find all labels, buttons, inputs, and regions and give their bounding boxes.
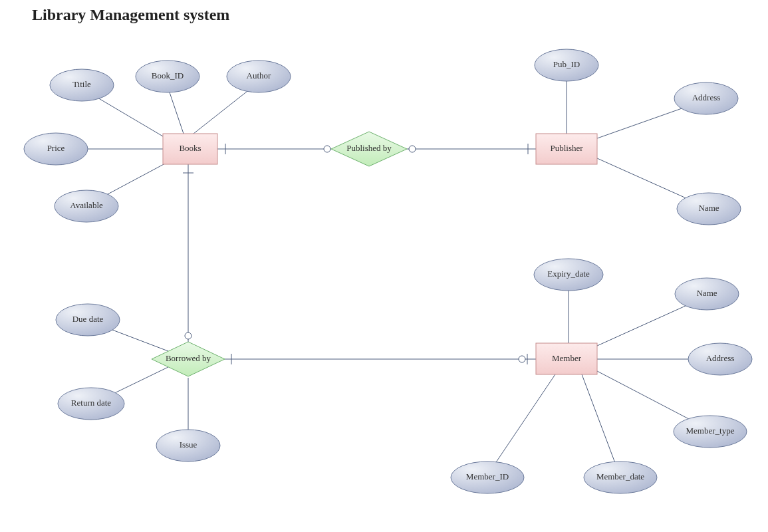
edge-books-titile [90,93,163,136]
svg-text:Member_type: Member_type [686,426,735,436]
attr-pub-id: Pub_ID [535,49,598,81]
svg-point-4 [409,146,416,152]
attr-titile: Titile [50,69,114,101]
edge-books-author [193,86,253,134]
attr-price: Price [24,133,88,165]
svg-text:Address: Address [692,92,721,102]
svg-text:Published by: Published by [346,143,392,153]
attr-author: Author [227,61,291,92]
svg-text:Due date: Due date [72,314,104,324]
svg-text:Publisher: Publisher [550,143,583,153]
svg-text:Member_date: Member_date [596,471,644,481]
attr-issue: Issue [156,430,220,462]
svg-text:Name: Name [698,203,719,213]
svg-text:Borrowed by: Borrowed by [166,353,211,363]
svg-point-8 [185,332,192,339]
edge-books-publishedby [217,144,331,154]
attr-member-id: Member_ID [451,462,524,493]
entity-member: Member [536,343,597,374]
attr-return-date: Return date [58,388,124,420]
edge-books-available [98,163,166,200]
svg-text:Address: Address [706,353,735,363]
attr-due-date: Due date [56,304,120,336]
svg-text:Member: Member [552,353,582,363]
svg-text:Expiry_date: Expiry_date [547,269,590,279]
edge-publisher-name [597,158,700,204]
svg-text:Available: Available [70,200,103,210]
attr-expiry-date: Expiry_date [534,259,603,291]
svg-text:Return date: Return date [71,398,112,408]
relationship-published-by: Published by [331,132,407,166]
svg-text:Member_ID: Member_ID [466,471,509,481]
er-diagram: Library Management system [0,0,768,532]
edge-member-id [492,374,555,468]
attr-publisher-address: Address [674,82,738,114]
edge-member-date [582,374,617,468]
edge-books-borrowedby [183,164,193,342]
edge-member-type [597,371,702,426]
attr-member-type: Member_type [674,416,747,448]
attr-publisher-name: Name [677,193,741,225]
attr-member-date: Member_date [584,462,657,493]
attr-available: Available [55,190,118,222]
entity-publisher: Publisher [536,134,597,164]
svg-text:Pub_ID: Pub_ID [553,59,580,69]
svg-text:Titile: Titile [72,79,91,89]
svg-point-2 [324,146,330,152]
attr-member-name: Name [675,278,739,310]
edge-member-name [597,299,700,346]
svg-text:Author: Author [247,70,272,80]
edge-borrowedby-member [225,354,536,364]
attr-book-id: Book_ID [136,61,199,92]
relationship-borrowed-by: Borrowed by [152,342,225,376]
edge-publishedby-publisher [407,144,536,154]
svg-text:Books: Books [179,143,201,153]
edge-books-bookid [168,86,184,134]
attr-member-address: Address [688,343,752,375]
svg-text:Issue: Issue [180,440,197,450]
svg-point-12 [519,356,525,362]
svg-text:Name: Name [696,288,717,298]
diagram-title: Library Management system [32,6,229,23]
entity-books: Books [163,134,217,164]
svg-text:Price: Price [47,143,65,153]
svg-text:Book_ID: Book_ID [152,70,184,80]
